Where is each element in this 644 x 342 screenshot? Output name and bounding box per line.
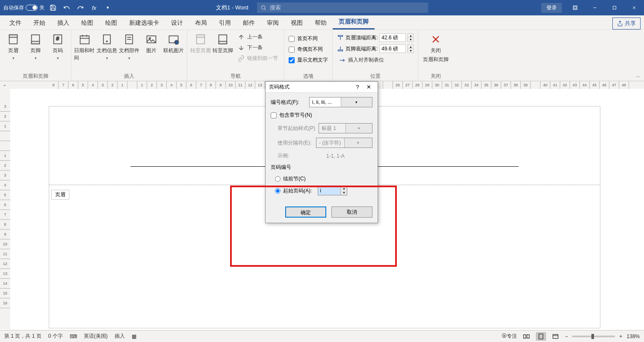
status-spellcheck-icon[interactable]: ⌨ bbox=[70, 333, 77, 339]
tab-help[interactable]: 帮助 bbox=[309, 16, 333, 29]
autosave-toggle[interactable]: 自动保存 关 bbox=[3, 4, 44, 12]
group-label: 选项 bbox=[287, 71, 330, 80]
number-format-label: 编号格式(F): bbox=[271, 99, 306, 106]
page-number-format-dialog: 页码格式 ? ✕ 编号格式(F): i, ii, iii, ...▾ 包含章节号… bbox=[265, 81, 378, 223]
undo-icon[interactable] bbox=[62, 3, 72, 13]
show-doc-check[interactable]: 显示文档文字 bbox=[289, 56, 328, 65]
print-layout-icon[interactable] bbox=[536, 332, 546, 341]
dialog-close-icon[interactable]: ✕ bbox=[363, 84, 374, 90]
footer-bottom-input[interactable] bbox=[379, 44, 406, 53]
footer-button[interactable]: 页脚▾ bbox=[25, 32, 46, 71]
footer-bottom-row: 页脚底端距离: ▲▼ bbox=[337, 44, 414, 53]
ribbon-options-icon[interactable] bbox=[565, 0, 585, 15]
page-number-button[interactable]: #页码▾ bbox=[47, 32, 68, 71]
tab-new[interactable]: 新建选项卡 bbox=[123, 16, 165, 29]
ruler-corner: ⌐ bbox=[0, 81, 10, 89]
tab-file[interactable]: 文件 bbox=[3, 16, 27, 29]
chevron-down-icon: ▾ bbox=[344, 138, 372, 147]
header-top-input[interactable] bbox=[379, 33, 406, 42]
start-at-input[interactable] bbox=[318, 186, 340, 195]
ruler-vertical[interactable]: 32112345678910111213141516 bbox=[0, 89, 10, 329]
maximize-icon[interactable] bbox=[605, 0, 624, 15]
arrow-down-icon bbox=[238, 44, 245, 51]
docinfo-button[interactable]: 文档信息▾ bbox=[96, 32, 118, 71]
include-chapter-check[interactable]: 包含章节号(N) bbox=[271, 112, 372, 119]
odd-even-check[interactable]: 奇偶页不同 bbox=[289, 45, 328, 54]
chapter-style-combo: 标题 1▾ bbox=[319, 123, 372, 133]
header-button[interactable]: 页眉▾ bbox=[3, 32, 24, 71]
autosave-label: 自动保存 bbox=[3, 4, 24, 12]
continue-radio[interactable]: 续前节(C) bbox=[271, 174, 372, 184]
svg-rect-10 bbox=[32, 41, 40, 44]
ribbon-tabs: 文件 开始 插入 绘图 绘图 新建选项卡 设计 布局 引用 邮件 审阅 视图 帮… bbox=[0, 15, 644, 30]
status-insert[interactable]: 插入 bbox=[115, 333, 125, 340]
link-prev-button: 链接到前一节 bbox=[236, 54, 280, 63]
focus-mode[interactable]: ⦿专注 bbox=[502, 333, 517, 340]
tab-layout[interactable]: 布局 bbox=[189, 16, 213, 29]
calendar-icon bbox=[79, 33, 91, 45]
svg-rect-8 bbox=[9, 35, 18, 38]
spinner-buttons[interactable]: ▲▼ bbox=[408, 44, 414, 53]
fx-icon[interactable]: fx bbox=[89, 3, 99, 13]
number-format-combo[interactable]: i, ii, iii, ...▾ bbox=[309, 97, 372, 107]
tab-header-footer[interactable]: 页眉和页脚 bbox=[333, 15, 375, 29]
qat-dropdown-icon[interactable]: ▼ bbox=[103, 3, 113, 13]
tab-draw2[interactable]: 绘图 bbox=[99, 16, 123, 29]
status-macro-icon[interactable]: ▦ bbox=[132, 333, 136, 339]
tab-mailings[interactable]: 邮件 bbox=[237, 16, 261, 29]
tab-insert[interactable]: 插入 bbox=[51, 16, 75, 29]
zoom-level[interactable]: 138% bbox=[626, 333, 640, 339]
group-label: 关闭 bbox=[421, 71, 451, 80]
zoom-out-icon[interactable]: − bbox=[565, 333, 568, 339]
close-x-icon bbox=[430, 33, 442, 45]
next-button[interactable]: 下一条 bbox=[236, 43, 280, 52]
dialog-titlebar[interactable]: 页码格式 ? ✕ bbox=[266, 82, 378, 93]
start-at-spinbox[interactable]: ▲▼ bbox=[318, 186, 347, 195]
web-layout-icon[interactable] bbox=[550, 332, 561, 341]
read-mode-icon[interactable] bbox=[521, 332, 532, 341]
page-number-section-label: 页码编号 bbox=[271, 164, 372, 171]
tab-view[interactable]: 视图 bbox=[285, 16, 309, 29]
start-at-radio[interactable]: 起始页码(A): ▲▼ bbox=[271, 184, 372, 197]
status-page[interactable]: 第 1 页，共 1 页 bbox=[4, 333, 41, 340]
online-picture-button[interactable]: 联机图片 bbox=[163, 32, 184, 71]
tab-design[interactable]: 设计 bbox=[165, 16, 189, 29]
zoom-slider[interactable] bbox=[572, 336, 615, 337]
status-lang[interactable]: 英语(美国) bbox=[84, 333, 108, 340]
tab-references[interactable]: 引用 bbox=[213, 16, 237, 29]
svg-rect-4 bbox=[613, 6, 616, 9]
datetime-button[interactable]: 日期和时间 bbox=[74, 32, 95, 71]
redo-icon[interactable] bbox=[75, 3, 86, 13]
svg-rect-29 bbox=[219, 41, 227, 44]
tab-draw1[interactable]: 绘图 bbox=[75, 16, 99, 29]
spinner-buttons[interactable]: ▲▼ bbox=[408, 33, 414, 42]
spin-down-icon[interactable]: ▼ bbox=[341, 191, 347, 195]
align-tab-button[interactable]: 插入对齐制表位 bbox=[337, 56, 414, 65]
status-words[interactable]: 0 个字 bbox=[48, 333, 63, 340]
first-diff-check[interactable]: 首页不同 bbox=[289, 34, 328, 43]
picture-button[interactable]: 图片 bbox=[141, 32, 162, 71]
separator-label: 使用分隔符(E): bbox=[278, 139, 313, 147]
dialog-help-icon[interactable]: ? bbox=[352, 84, 363, 90]
collapse-ribbon-icon[interactable]: ︿ bbox=[636, 73, 641, 79]
share-button[interactable]: 共享 bbox=[612, 18, 641, 29]
cancel-button[interactable]: 取消 bbox=[331, 206, 372, 218]
header-top-row: 页眉顶端距离: ▲▼ bbox=[337, 33, 414, 42]
prev-button[interactable]: 上一条 bbox=[236, 32, 280, 41]
group-label: 位置 bbox=[335, 71, 415, 80]
tab-home[interactable]: 开始 bbox=[27, 16, 51, 29]
ok-button[interactable]: 确定 bbox=[285, 206, 326, 218]
share-icon bbox=[617, 21, 623, 27]
group-header-footer: 页眉▾ 页脚▾ #页码▾ 页眉和页脚 bbox=[0, 30, 71, 81]
tab-review[interactable]: 审阅 bbox=[261, 16, 285, 29]
save-icon[interactable] bbox=[48, 3, 58, 13]
docparts-button[interactable]: 文档部件▾ bbox=[118, 32, 140, 71]
spin-up-icon[interactable]: ▲ bbox=[341, 186, 347, 191]
login-button[interactable]: 登录 bbox=[541, 3, 562, 13]
goto-footer-button[interactable]: 转至页脚 bbox=[212, 32, 233, 71]
search-box[interactable]: 搜索 bbox=[257, 3, 428, 13]
zoom-in-icon[interactable]: + bbox=[619, 333, 622, 339]
close-icon[interactable] bbox=[624, 0, 644, 15]
minimize-icon[interactable] bbox=[585, 0, 605, 15]
close-hf-button[interactable]: 关闭页眉和页脚 bbox=[421, 32, 451, 71]
